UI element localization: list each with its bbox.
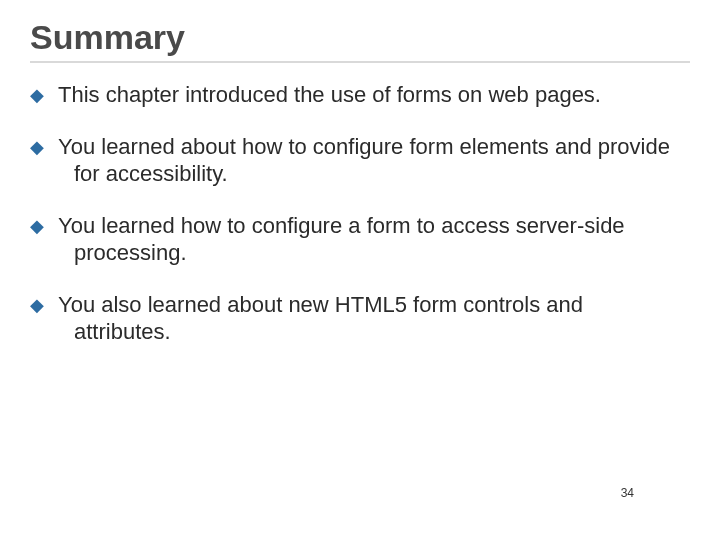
list-item-text: This chapter introduced the use of forms…: [58, 82, 601, 107]
list-item: ◆You learned about how to configure form…: [52, 133, 682, 188]
title-divider: [30, 61, 690, 63]
bullet-list: ◆This chapter introduced the use of form…: [30, 81, 690, 346]
slide: Summary ◆This chapter introduced the use…: [0, 0, 720, 346]
list-item-text: You learned how to configure a form to a…: [58, 213, 625, 266]
list-item: ◆This chapter introduced the use of form…: [52, 81, 682, 109]
slide-title: Summary: [30, 18, 690, 57]
list-item-text: You learned about how to configure form …: [58, 134, 670, 187]
page-number: 34: [621, 486, 634, 500]
list-item: ◆You also learned about new HTML5 form c…: [52, 291, 682, 346]
list-item: ◆You learned how to configure a form to …: [52, 212, 682, 267]
list-item-text: You also learned about new HTML5 form co…: [58, 292, 583, 345]
